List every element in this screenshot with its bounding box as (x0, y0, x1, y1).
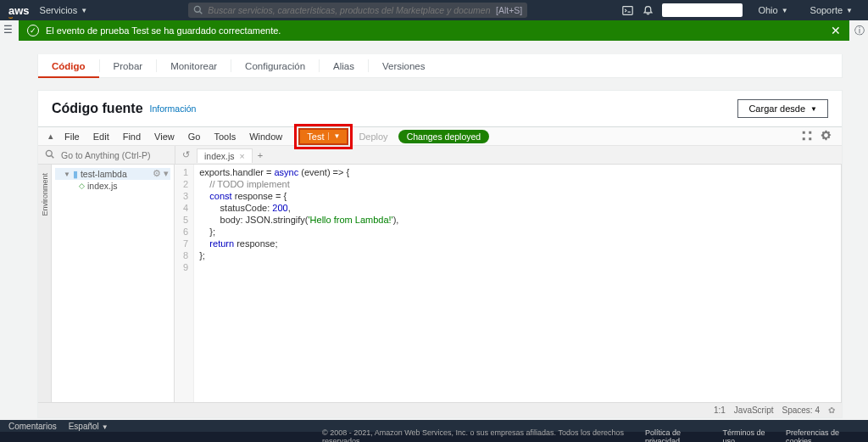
svg-line-8 (52, 156, 54, 159)
feedback-link[interactable]: Comentarios (8, 422, 57, 431)
tab-label: Configuración (245, 61, 305, 71)
menu-view[interactable]: View (148, 131, 181, 142)
ide-menubar: ▴ File Edit Find View Go Tools Window Te… (38, 127, 842, 146)
search-icon (193, 5, 203, 16)
menu-find[interactable]: Find (117, 131, 147, 142)
file-tree: ⚙ ▾ ▼ ▮ test-lambda ◇ index.js (52, 165, 175, 402)
tab-label: Código (52, 61, 86, 71)
ide-body: Environment ⚙ ▾ ▼ ▮ test-lambda ◇ index.… (38, 165, 842, 402)
gear-icon[interactable] (817, 130, 835, 143)
side-menu-toggle-icon[interactable]: ☰ (3, 24, 13, 36)
menu-tools[interactable]: Tools (208, 131, 242, 142)
menu-go[interactable]: Go (182, 131, 207, 142)
services-menu[interactable]: Servicios ▼ (40, 5, 88, 15)
region-menu[interactable]: Ohio ▼ (758, 5, 787, 15)
tree-label: test-lambda (81, 169, 127, 179)
tab-config[interactable]: Configuración (231, 54, 319, 77)
success-banner: ✓ El evento de prueba Test se ha guardad… (19, 20, 849, 41)
gutter: 123456789 (175, 165, 194, 402)
footer-legal-bar: © 2008 - 2021, Amazon Web Services, Inc.… (0, 432, 868, 442)
aws-logo[interactable]: aws ⌣ (8, 4, 30, 17)
region-label: Ohio (758, 5, 777, 15)
chevron-down-icon: ▼ (102, 423, 108, 431)
banner-text: El evento de prueba Test se ha guardado … (46, 25, 281, 36)
search-wrap: [Alt+S] (94, 3, 621, 18)
privacy-link[interactable]: Política de privacidad (645, 428, 710, 442)
chevron-down-icon: ▼ (782, 7, 788, 14)
account-selector[interactable] (662, 3, 743, 17)
upload-from-button[interactable]: Cargar desde ▼ (737, 99, 828, 118)
history-icon[interactable]: ↺ (175, 149, 197, 160)
tab-test[interactable]: Probar (100, 54, 157, 77)
file-tab[interactable]: index.js × (197, 148, 253, 163)
chevron-down-icon[interactable]: ▼ (328, 132, 340, 140)
environment-rail[interactable]: Environment (38, 165, 52, 402)
gear-icon[interactable]: ✿ (828, 406, 835, 415)
language-selector[interactable]: Español ▼ (69, 422, 108, 431)
svg-rect-4 (809, 131, 811, 133)
copyright: © 2008 - 2021, Amazon Web Services, Inc.… (322, 428, 633, 442)
svg-point-0 (195, 6, 201, 12)
cloudshell-icon[interactable] (621, 4, 633, 16)
search-input[interactable] (208, 5, 491, 15)
filetab-area: ↺ index.js × + (175, 146, 268, 164)
file-tab-label: index.js (204, 151, 235, 161)
svg-rect-5 (803, 137, 805, 140)
tab-label: Alias (333, 61, 354, 71)
svg-line-1 (200, 11, 203, 14)
menu-file[interactable]: File (58, 131, 86, 142)
collapse-icon[interactable]: ▴ (45, 131, 57, 142)
upload-label: Cargar desde (748, 104, 805, 114)
terms-link[interactable]: Términos de uso (722, 428, 774, 442)
chevron-down-icon: ▼ (810, 105, 817, 113)
chevron-down-icon: ▼ (846, 7, 853, 14)
services-label: Servicios (40, 5, 78, 15)
search-shortcut: [Alt+S] (496, 5, 522, 15)
global-search[interactable]: [Alt+S] (188, 3, 527, 18)
tab-code[interactable]: Código (38, 54, 99, 77)
chevron-down-icon: ▼ (81, 7, 87, 14)
page-body: ☰ ⓘ ✓ El evento de prueba Test se ha gua… (0, 20, 868, 424)
code-editor[interactable]: 123456789 exports.handler = async (event… (175, 165, 842, 402)
deploy-button: Deploy (350, 131, 396, 142)
info-link[interactable]: Información (150, 104, 197, 114)
code-source-card: Código fuente Información Cargar desde ▼… (37, 90, 843, 418)
add-tab-icon[interactable]: + (253, 150, 268, 160)
cloud9-ide: ▴ File Edit Find View Go Tools Window Te… (38, 126, 842, 417)
close-icon[interactable]: ✕ (831, 24, 841, 37)
tab-versions[interactable]: Versiones (369, 54, 439, 77)
menu-edit[interactable]: Edit (87, 131, 115, 142)
search-icon[interactable] (38, 149, 61, 160)
language-mode[interactable]: JavaScript (734, 406, 774, 415)
card-header: Código fuente Información Cargar desde ▼ (38, 91, 842, 126)
fullscreen-icon[interactable] (798, 131, 815, 143)
tree-label: index.js (87, 181, 118, 191)
tab-label: Probar (114, 61, 143, 71)
spaces-selector[interactable]: Spaces: 4 (782, 406, 820, 415)
test-button[interactable]: Test ▼ (298, 128, 348, 145)
close-icon[interactable]: × (240, 151, 245, 161)
support-menu[interactable]: Soporte ▼ (810, 5, 853, 15)
code-lines[interactable]: exports.handler = async (event) => { // … (194, 165, 403, 402)
gear-icon[interactable]: ⚙ ▾ (153, 168, 169, 178)
cookies-link[interactable]: Preferencias de cookies (786, 428, 860, 442)
svg-rect-3 (803, 131, 805, 133)
tab-label: Versiones (382, 61, 426, 71)
tab-alias[interactable]: Alias (320, 54, 368, 77)
cursor-position: 1:1 (714, 406, 726, 415)
menu-window[interactable]: Window (243, 131, 288, 142)
info-panel-toggle-icon[interactable]: ⓘ (854, 24, 865, 38)
ide-statusbar: 1:1 JavaScript Spaces: 4 ✿ (38, 402, 842, 417)
tab-monitor[interactable]: Monitorear (157, 54, 231, 77)
support-label: Soporte (810, 5, 843, 15)
test-label: Test (307, 131, 324, 142)
svg-point-7 (46, 150, 52, 156)
goto-input[interactable] (61, 150, 171, 160)
tree-file[interactable]: ◇ index.js (55, 180, 170, 192)
content-stack: Código Probar Monitorear Configuración A… (37, 54, 843, 442)
check-circle-icon: ✓ (27, 25, 39, 36)
bell-icon[interactable] (642, 4, 654, 16)
aws-top-nav: aws ⌣ Servicios ▼ [Alt+S] Ohio ▼ Soporte… (0, 0, 868, 20)
js-file-icon: ◇ (79, 182, 85, 190)
card-title: Código fuente (52, 101, 143, 116)
